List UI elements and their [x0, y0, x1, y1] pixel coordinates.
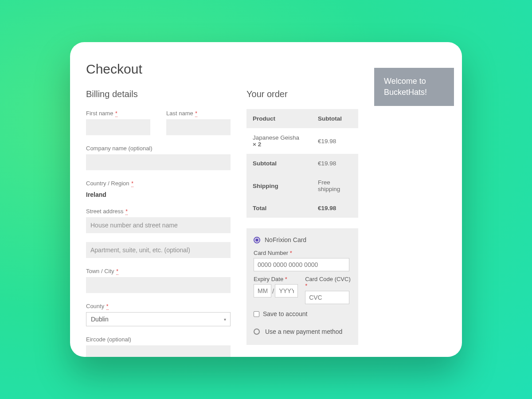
billing-column: Billing details First name * Last name * — [86, 89, 231, 357]
required-star: * — [305, 282, 307, 289]
save-to-account-label: Save to account — [263, 310, 307, 317]
street-label: Street address * — [86, 208, 128, 215]
order-column: Your order Product Subtotal Japanese Gei… — [246, 89, 358, 357]
first-name-input[interactable] — [86, 119, 150, 135]
expiry-yyyy-input[interactable] — [275, 284, 298, 297]
required-mark: * — [106, 303, 109, 310]
order-subtotal-value: €19.98 — [312, 154, 358, 173]
checkout-card: Checkout Billing details First name * La… — [70, 42, 462, 357]
order-item-subtotal: €19.98 — [312, 128, 358, 154]
company-label: Company name (optional) — [86, 145, 153, 152]
order-item-name: Japanese Geisha — [253, 134, 299, 141]
card-number-label: Card Number — [254, 250, 288, 256]
expiry-separator: / — [272, 287, 274, 295]
order-shipping-label: Shipping — [246, 173, 312, 199]
county-select[interactable]: Dublin — [86, 312, 231, 326]
billing-heading: Billing details — [86, 89, 231, 99]
last-name-label: Last name * — [166, 110, 197, 117]
street-input[interactable] — [86, 217, 231, 233]
sidebar-column: Welcome to BucketHats! — [374, 68, 454, 357]
last-name-input[interactable] — [166, 119, 231, 135]
order-total-label: Total — [246, 199, 312, 218]
country-value: Ireland — [86, 191, 231, 198]
order-line-item: Japanese Geisha × 2 €19.98 — [246, 128, 358, 154]
required-mark: * — [116, 268, 118, 275]
order-table: Product Subtotal Japanese Geisha × 2 €19… — [246, 109, 358, 218]
cvc-input[interactable] — [305, 291, 349, 304]
required-mark: * — [131, 180, 133, 187]
welcome-line2: BucketHats! — [384, 87, 444, 98]
radio-selected-icon[interactable] — [254, 237, 260, 243]
order-shipping-value: Free shipping — [312, 173, 358, 199]
country-label: Country / Region * — [86, 180, 133, 187]
city-input[interactable] — [86, 277, 231, 293]
payment-method-label: NoFrixion Card — [265, 236, 306, 243]
welcome-banner: Welcome to BucketHats! — [374, 68, 454, 106]
order-item-qty: × 2 — [253, 141, 261, 148]
order-heading: Your order — [246, 89, 358, 99]
order-total-value: €19.98 — [312, 199, 358, 218]
radio-unselected-icon[interactable] — [254, 329, 260, 335]
expiry-mm-input[interactable] — [254, 284, 271, 297]
required-star: * — [285, 276, 287, 282]
first-name-label: First name * — [86, 110, 117, 117]
card-number-input[interactable] — [254, 258, 349, 271]
expiry-label: Expiry Date — [254, 276, 283, 282]
required-mark: * — [195, 110, 197, 117]
street2-input[interactable] — [86, 242, 231, 258]
order-head-product: Product — [246, 109, 312, 128]
cvc-label: Card Code (CVC) — [305, 276, 351, 282]
welcome-line1: Welcome to — [384, 76, 444, 87]
order-subtotal-label: Subtotal — [246, 154, 312, 173]
county-label: County * — [86, 303, 109, 309]
required-mark: * — [115, 110, 117, 117]
eircode-label: Eircode (optional) — [86, 336, 131, 343]
order-head-subtotal: Subtotal — [312, 109, 358, 128]
payment-panel: NoFrixion Card Card Number * Expiry Date… — [246, 228, 358, 345]
new-payment-method-label: Use a new payment method — [265, 328, 342, 335]
required-star: * — [290, 250, 292, 256]
eircode-input[interactable] — [86, 345, 231, 357]
required-mark: * — [125, 208, 128, 215]
save-to-account-checkbox[interactable] — [254, 311, 259, 317]
company-input[interactable] — [86, 154, 231, 170]
city-label: Town / City * — [86, 268, 118, 274]
